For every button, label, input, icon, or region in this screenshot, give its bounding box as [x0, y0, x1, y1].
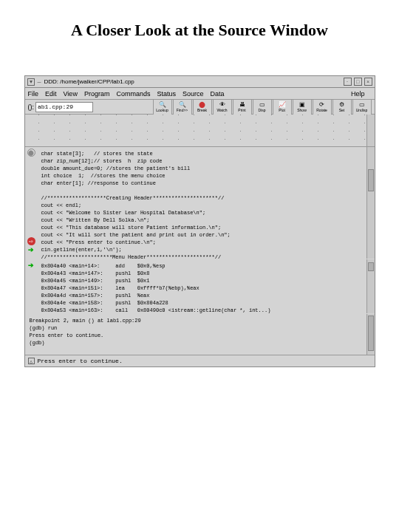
scrollbar[interactable]	[366, 147, 375, 259]
watch-label: Watch	[217, 109, 228, 112]
lookup-label: Lookup	[156, 109, 168, 112]
window-title: DDD: /home/jwalker/CPP/lab1.cpp	[44, 78, 134, 85]
set-button[interactable]: ⚙Set	[332, 99, 352, 115]
display-button[interactable]: ▭Disp	[253, 99, 272, 115]
menu-data[interactable]: Data	[210, 90, 224, 98]
break-button[interactable]: ⬤Break	[193, 99, 212, 115]
argument-row: (): 🔍Lookup 🔍Find>> ⬤Break 👁Watch 🖶Print…	[25, 100, 375, 115]
status-icon: △	[28, 358, 35, 364]
menu-edit[interactable]: Edit	[45, 90, 57, 98]
undisp-label: Undisp	[356, 109, 368, 112]
minimize-button[interactable]: ·	[344, 78, 352, 86]
source-pane[interactable]: ⬤ ⇨ ➔ char state[3]; // stores the state…	[25, 147, 375, 259]
gdb-console-pane[interactable]: Breakpoint 2, main () at lab1.cpp:29 (gd…	[25, 314, 375, 355]
find-icon: 🔍	[179, 102, 186, 108]
slide-title: A Closer Look at the Source Window	[13, 21, 386, 40]
eye-icon: 👁	[219, 102, 225, 108]
set-label: Set	[339, 109, 345, 112]
watch-button[interactable]: 👁Watch	[213, 99, 232, 115]
current-line-arrow-icon: ➔	[27, 261, 35, 269]
print-label: Print	[238, 109, 245, 112]
scrollbar[interactable]	[366, 259, 375, 313]
display-icon: ▭	[259, 102, 265, 108]
toolbar: 🔍Lookup 🔍Find>> ⬤Break 👁Watch 🖶Print ▭Di…	[153, 99, 372, 115]
show-icon: ▣	[299, 102, 305, 108]
assembly-pane[interactable]: ➔ 0x804a40 <main+14>: add $0x0,%esp 0x80…	[25, 259, 375, 314]
undisp-icon: ▭	[359, 102, 365, 108]
current-line-arrow-icon: ➔	[27, 245, 35, 253]
stop-icon: ⬤	[199, 102, 205, 108]
print-icon: 🖶	[239, 102, 245, 108]
scrollbar[interactable]	[366, 314, 375, 355]
status-text: Press enter to continue.	[38, 358, 123, 364]
menu-program[interactable]: Program	[84, 90, 110, 98]
asm-gutter: ➔	[25, 259, 38, 313]
argument-input[interactable]	[35, 102, 93, 112]
titlebar-dash-icon: –	[38, 78, 41, 86]
gdb-console-text[interactable]: Breakpoint 2, main () at lab1.cpp:29 (gd…	[25, 314, 375, 349]
print-button[interactable]: 🖶Print	[233, 99, 252, 115]
assembly-text[interactable]: 0x804a40 <main+14>: add $0x0,%esp 0x804a…	[25, 259, 375, 317]
source-text[interactable]: char state[3]; // stores the state char …	[25, 147, 375, 264]
menu-help[interactable]: Help	[351, 90, 365, 98]
current-breakpoint-icon[interactable]: ⇨	[27, 237, 35, 245]
menu-view[interactable]: View	[64, 90, 78, 98]
rotate-button[interactable]: ⟳Rotate	[313, 99, 332, 115]
menu-source[interactable]: Source	[183, 90, 204, 98]
data-display-pane[interactable]	[25, 115, 375, 147]
find-label: Find>>	[177, 109, 188, 112]
arg-label: ():	[28, 103, 35, 111]
menu-commands[interactable]: Commands	[116, 90, 150, 98]
break-label: Break	[197, 109, 207, 112]
set-icon: ⚙	[339, 102, 344, 108]
display-label: Disp	[258, 109, 265, 112]
show-button[interactable]: ▣Show	[293, 99, 312, 115]
show-label: Show	[297, 109, 307, 112]
titlebar[interactable]: ▾ – DDD: /home/jwalker/CPP/lab1.cpp · □ …	[25, 76, 375, 88]
close-button[interactable]: ×	[364, 78, 372, 86]
rotate-label: Rotate	[316, 109, 327, 112]
menu-status[interactable]: Status	[157, 90, 176, 98]
status-bar: △ Press enter to continue.	[25, 355, 375, 366]
scrollbar[interactable]	[366, 115, 375, 146]
menu-file[interactable]: File	[28, 90, 39, 98]
plot-button[interactable]: 📈Plot	[273, 99, 292, 115]
ddd-window: ▾ – DDD: /home/jwalker/CPP/lab1.cpp · □ …	[24, 75, 375, 367]
maximize-button[interactable]: □	[354, 78, 362, 86]
breakpoint-icon[interactable]: ⬤	[27, 149, 35, 157]
plot-icon: 📈	[279, 102, 286, 108]
magnifier-icon: 🔍	[159, 102, 166, 108]
undisp-button[interactable]: ▭Undisp	[352, 99, 372, 115]
lookup-button[interactable]: 🔍Lookup	[153, 99, 172, 115]
source-gutter: ⬤ ⇨ ➔	[25, 147, 38, 259]
plot-label: Plot	[279, 109, 285, 112]
find-button[interactable]: 🔍Find>>	[173, 99, 192, 115]
window-menu-icon[interactable]: ▾	[27, 78, 35, 86]
rotate-icon: ⟳	[319, 102, 324, 108]
